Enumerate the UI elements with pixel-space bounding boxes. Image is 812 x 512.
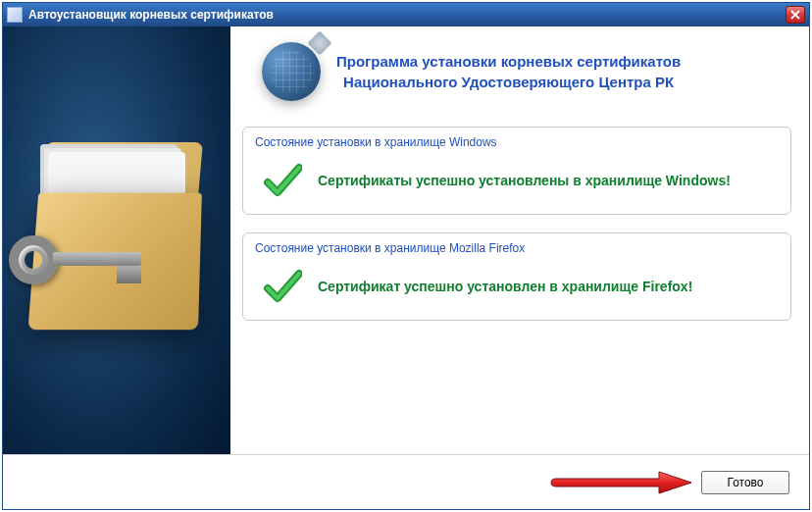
header-line-2: Национального Удостоверяющего Центра РК — [336, 72, 681, 92]
body-area: Программа установки корневых сертификато… — [3, 26, 809, 509]
header-text: Программа установки корневых сертификато… — [336, 51, 681, 92]
left-illustration-panel — [3, 26, 230, 454]
status-firefox-message: Сертификат успешно установлен в хранилищ… — [318, 278, 692, 295]
folder-key-illustration — [28, 132, 205, 348]
status-firefox-title: Состояние установки в хранилище Mozilla … — [255, 241, 779, 255]
titlebar: Автоустановщик корневых сертификатов — [3, 3, 809, 26]
status-box-windows: Состояние установки в хранилище Windows … — [242, 127, 791, 215]
status-box-firefox: Состояние установки в хранилище Mozilla … — [242, 232, 791, 321]
status-firefox-content: Сертификат успешно установлен в хранилищ… — [255, 267, 779, 306]
right-content-panel: Программа установки корневых сертификато… — [230, 26, 809, 454]
header-line-1: Программа установки корневых сертификато… — [336, 51, 681, 72]
status-windows-message: Сертификаты успешно установлены в хранил… — [318, 172, 731, 189]
window-title: Автоустановщик корневых сертификатов — [28, 8, 786, 22]
status-windows-title: Состояние установки в хранилище Windows — [255, 135, 779, 149]
done-button[interactable]: Готово — [701, 471, 789, 494]
close-icon — [790, 10, 800, 20]
header-block: Программа установки корневых сертификато… — [242, 38, 791, 109]
checkmark-icon — [263, 267, 302, 306]
footer-bar: Готово — [3, 454, 809, 509]
app-icon — [7, 7, 23, 23]
arrow-annotation-icon — [546, 468, 693, 497]
checkmark-icon — [263, 161, 302, 200]
installer-window: Автоустановщик корневых сертификатов — [2, 2, 810, 510]
close-button[interactable] — [786, 6, 805, 24]
globe-satellite-icon — [262, 42, 321, 101]
content-row: Программа установки корневых сертификато… — [3, 26, 809, 454]
status-windows-content: Сертификаты успешно установлены в хранил… — [255, 161, 779, 200]
